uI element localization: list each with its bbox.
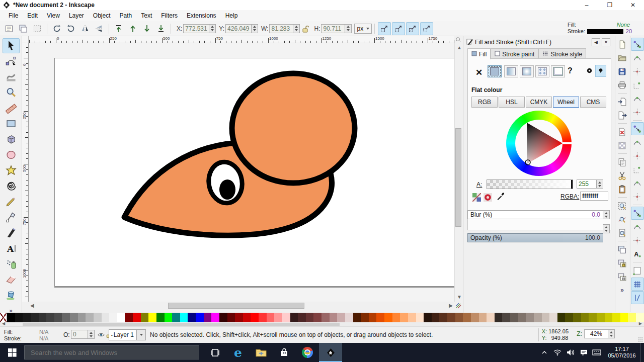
palette-swatch[interactable] bbox=[361, 313, 369, 322]
affect-corners-icon[interactable] bbox=[392, 22, 405, 35]
current-style-indicator[interactable]: Fill:None Stroke:20 bbox=[568, 22, 643, 35]
mode-tab-hsl[interactable]: HSL bbox=[499, 97, 525, 108]
palette-swatch[interactable] bbox=[15, 313, 23, 322]
palette-swatch[interactable] bbox=[392, 313, 400, 322]
palette-swatch[interactable] bbox=[62, 313, 70, 322]
zoom-drawing-icon[interactable] bbox=[616, 213, 629, 226]
taskbar-search[interactable] bbox=[24, 345, 199, 359]
eyedropper-icon[interactable] bbox=[497, 191, 506, 201]
zoom-field[interactable]: 42% bbox=[584, 329, 608, 338]
palette-swatch[interactable] bbox=[439, 313, 447, 322]
palette-swatch[interactable] bbox=[188, 313, 196, 322]
tray-chevron-icon[interactable] bbox=[538, 351, 551, 354]
linear-gradient-button[interactable] bbox=[504, 65, 518, 77]
lock-layer-icon[interactable] bbox=[616, 256, 629, 269]
export-icon[interactable] bbox=[616, 109, 629, 122]
task-view-icon[interactable] bbox=[203, 343, 226, 362]
palette-swatch[interactable] bbox=[204, 313, 212, 322]
alpha-slider-handle[interactable] bbox=[571, 180, 573, 189]
eye-pupil-shape[interactable] bbox=[219, 179, 235, 200]
print-icon[interactable] bbox=[616, 78, 629, 92]
horizontal-scrollbar-thumb[interactable] bbox=[168, 303, 304, 309]
eraser-tool-icon[interactable] bbox=[3, 272, 20, 287]
spray-tool-icon[interactable] bbox=[3, 256, 20, 272]
select-all-layers-icon[interactable] bbox=[17, 22, 30, 35]
lower-to-bottom-icon[interactable] bbox=[154, 22, 168, 35]
palette-swatch[interactable] bbox=[542, 313, 550, 322]
alpha-spinner[interactable] bbox=[597, 179, 603, 189]
fill-rule-nonzero-icon[interactable] bbox=[595, 65, 606, 77]
rgba-field[interactable]: ffffffff bbox=[580, 192, 608, 201]
palette-swatch[interactable] bbox=[117, 313, 125, 322]
stroke-color-swatch[interactable] bbox=[587, 29, 623, 34]
palette-swatch[interactable] bbox=[39, 313, 47, 322]
snap-global-icon[interactable] bbox=[631, 38, 644, 51]
palette-swatch[interactable] bbox=[573, 313, 581, 322]
palette-swatch[interactable] bbox=[337, 313, 345, 322]
show-desktop-button[interactable] bbox=[640, 343, 644, 362]
palette-swatch[interactable] bbox=[211, 313, 219, 322]
sv-triangle[interactable] bbox=[506, 111, 572, 176]
palette-swatch[interactable] bbox=[353, 313, 361, 322]
layer-selector[interactable]: • Layer 1 bbox=[109, 329, 146, 340]
palette-swatch[interactable] bbox=[313, 313, 321, 322]
menu-extensions[interactable]: Extensions bbox=[182, 11, 221, 20]
import-icon[interactable] bbox=[616, 95, 629, 108]
mode-tab-rgb[interactable]: RGB bbox=[471, 97, 498, 108]
palette-swatch[interactable] bbox=[86, 313, 94, 322]
y-spinner[interactable] bbox=[252, 24, 258, 33]
snap-page-border-icon[interactable] bbox=[631, 264, 644, 277]
statusbar-style-swatch[interactable]: Fill:N/A Stroke:N/A bbox=[4, 329, 59, 342]
snap-bbox-midpoints-icon[interactable] bbox=[631, 92, 644, 105]
palette-swatch[interactable] bbox=[70, 313, 78, 322]
palette-swatch[interactable] bbox=[408, 313, 416, 322]
menu-edit[interactable]: Edit bbox=[23, 11, 42, 20]
w-spinner[interactable] bbox=[293, 24, 300, 33]
object-opacity-spinner[interactable] bbox=[88, 330, 95, 339]
palette-swatch[interactable] bbox=[23, 313, 31, 322]
affect-pattern-icon[interactable] bbox=[420, 22, 433, 35]
palette-swatch[interactable] bbox=[125, 313, 133, 322]
layer-visibility-icon[interactable] bbox=[97, 331, 105, 339]
scroll-down-icon[interactable]: ▼ bbox=[457, 294, 462, 301]
snap-rotation-centers-icon[interactable] bbox=[631, 234, 644, 247]
cut-icon[interactable] bbox=[616, 169, 629, 182]
spiral-tool-icon[interactable] bbox=[3, 178, 20, 194]
alpha-slider[interactable] bbox=[487, 179, 573, 189]
snap-paths-icon[interactable] bbox=[631, 136, 644, 149]
bucket-tool-icon[interactable] bbox=[3, 288, 20, 303]
scroll-up-icon[interactable]: ▲ bbox=[457, 44, 462, 51]
box3d-tool-icon[interactable] bbox=[3, 132, 20, 147]
snap-nodes-icon[interactable] bbox=[631, 122, 644, 135]
palette-swatch[interactable] bbox=[463, 313, 471, 322]
radial-gradient-button[interactable] bbox=[520, 65, 534, 77]
lower-icon[interactable] bbox=[140, 22, 153, 35]
palette-scrollbar-thumb[interactable] bbox=[23, 323, 340, 326]
palette-swatch[interactable] bbox=[384, 313, 392, 322]
menu-help[interactable]: Help bbox=[221, 11, 243, 20]
x-spinner[interactable] bbox=[209, 24, 216, 33]
palette-swatch[interactable] bbox=[306, 313, 314, 322]
zoom-tool-icon[interactable] bbox=[3, 85, 20, 100]
menu-filters[interactable]: Filters bbox=[156, 11, 182, 20]
palette-swatch[interactable] bbox=[376, 313, 384, 322]
palette-swatch[interactable] bbox=[156, 313, 165, 322]
scroll-left-icon[interactable]: ◀ bbox=[30, 302, 34, 309]
palette-swatch[interactable] bbox=[180, 313, 188, 322]
palette-swatch[interactable] bbox=[565, 313, 573, 322]
palette-swatch[interactable] bbox=[7, 313, 15, 322]
palette-swatch[interactable] bbox=[400, 313, 408, 322]
palette-swatch[interactable] bbox=[549, 313, 557, 322]
palette-swatch[interactable] bbox=[534, 313, 542, 322]
wifi-icon[interactable] bbox=[551, 349, 564, 355]
close-button[interactable]: ✕ bbox=[628, 2, 638, 9]
palette-swatch[interactable] bbox=[165, 313, 173, 322]
cms-adjust-icon[interactable] bbox=[454, 36, 462, 43]
h-field[interactable]: 90.711 bbox=[321, 24, 345, 33]
minimize-button[interactable]: – bbox=[582, 2, 592, 9]
pencil-tool-icon[interactable] bbox=[3, 194, 20, 209]
zoom-selection-icon[interactable] bbox=[616, 199, 629, 212]
raise-to-top-icon[interactable] bbox=[112, 22, 125, 35]
star-tool-icon[interactable] bbox=[3, 163, 20, 178]
affect-gradient-icon[interactable] bbox=[406, 22, 419, 35]
